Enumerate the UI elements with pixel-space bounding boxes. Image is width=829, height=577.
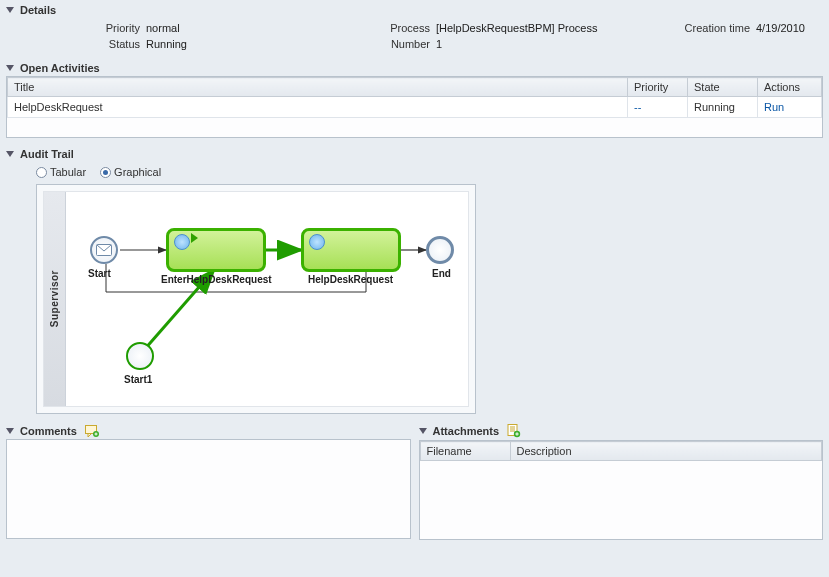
end-event[interactable] [426, 236, 454, 264]
col-filename[interactable]: Filename [420, 442, 510, 461]
status-value: Running [146, 38, 326, 50]
diagram-panel: Supervisor [36, 184, 476, 414]
priority-label: Priority [36, 22, 146, 34]
lane-name: Supervisor [49, 270, 60, 327]
radio-tabular-label: Tabular [50, 166, 86, 178]
open-activities-table: Title Priority State Actions HelpDeskReq… [7, 77, 822, 118]
comments-title: Comments [20, 425, 77, 437]
radio-icon [36, 167, 47, 178]
col-description[interactable]: Description [510, 442, 822, 461]
radio-icon [100, 167, 111, 178]
disclosure-icon [419, 428, 427, 434]
swimlane: Supervisor [43, 191, 469, 407]
process-value: [HelpDeskRequestBPM] Process [436, 22, 646, 34]
table-row[interactable]: HelpDeskRequest -- Running Run [8, 97, 822, 118]
helpdesk-label: HelpDeskRequest [308, 274, 393, 285]
add-attachment-icon[interactable] [507, 424, 521, 438]
radio-tabular[interactable]: Tabular [36, 166, 86, 178]
user-task-icon [174, 234, 190, 250]
creation-value: 4/19/2010 [756, 22, 829, 34]
start-event[interactable] [90, 236, 118, 264]
cell-state: Running [688, 97, 758, 118]
status-label: Status [36, 38, 146, 50]
attachments-header[interactable]: Attachments [419, 422, 824, 440]
end-label: End [432, 268, 451, 279]
details-grid: Priority normal Process [HelpDeskRequest… [6, 18, 823, 52]
open-activities-section: Open Activities Title Priority State Act… [6, 60, 823, 138]
start1-event[interactable] [126, 342, 154, 370]
creation-label: Creation time [646, 22, 756, 34]
user-task-icon [309, 234, 325, 250]
envelope-icon [96, 244, 112, 256]
start1-label: Start1 [124, 374, 152, 385]
audit-trail-section: Audit Trail Tabular Graphical Supervisor [6, 146, 823, 414]
enter-label: EnterHelpDeskRequest [161, 274, 272, 285]
comments-header[interactable]: Comments [6, 422, 411, 439]
col-actions[interactable]: Actions [758, 78, 822, 97]
disclosure-icon [6, 7, 14, 13]
lane-label: Supervisor [44, 192, 66, 406]
play-icon [191, 233, 198, 243]
attachments-title: Attachments [433, 425, 500, 437]
run-action-link[interactable]: Run [764, 101, 784, 113]
process-label: Process [326, 22, 436, 34]
audit-view-controls: Tabular Graphical [6, 162, 823, 184]
number-label: Number [326, 38, 436, 50]
attachments-panel: Filename Description [419, 440, 824, 540]
number-value: 1 [436, 38, 646, 50]
disclosure-icon [6, 151, 14, 157]
cell-title: HelpDeskRequest [8, 97, 628, 118]
add-comment-icon[interactable] [85, 424, 99, 437]
open-activities-panel: Title Priority State Actions HelpDeskReq… [6, 76, 823, 138]
comments-panel [6, 439, 411, 539]
enter-task[interactable] [166, 228, 266, 272]
audit-trail-header[interactable]: Audit Trail [6, 146, 823, 162]
helpdesk-task[interactable] [301, 228, 401, 272]
col-priority[interactable]: Priority [628, 78, 688, 97]
details-title: Details [20, 4, 56, 16]
start-label: Start [88, 268, 111, 279]
radio-graphical[interactable]: Graphical [100, 166, 161, 178]
cell-priority: -- [628, 97, 688, 118]
disclosure-icon [6, 428, 14, 434]
details-section: Details Priority normal Process [HelpDes… [6, 2, 823, 52]
lower-row: Comments Attachments Filename Descriptio… [6, 422, 823, 540]
col-state[interactable]: State [688, 78, 758, 97]
disclosure-icon [6, 65, 14, 71]
diagram-canvas[interactable]: Start EnterHelpDeskRequest HelpDeskReque… [66, 192, 468, 406]
radio-graphical-label: Graphical [114, 166, 161, 178]
attachments-section: Attachments Filename Description [419, 422, 824, 540]
details-header[interactable]: Details [6, 2, 823, 18]
audit-trail-title: Audit Trail [20, 148, 74, 160]
attachments-table: Filename Description [420, 441, 823, 461]
col-title[interactable]: Title [8, 78, 628, 97]
open-activities-header[interactable]: Open Activities [6, 60, 823, 76]
comments-section: Comments [6, 422, 411, 540]
open-activities-title: Open Activities [20, 62, 100, 74]
priority-value: normal [146, 22, 326, 34]
